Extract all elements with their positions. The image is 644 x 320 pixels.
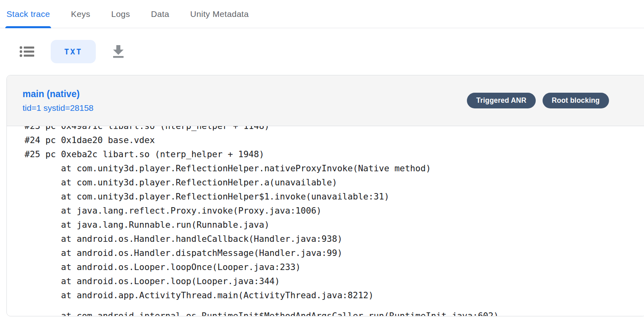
- txt-format-button[interactable]: TXT: [51, 40, 96, 63]
- thread-info: main (native) tid=1 systid=28158: [23, 89, 93, 113]
- tab-keys[interactable]: Keys: [71, 0, 90, 28]
- thread-name-link[interactable]: main (native): [23, 89, 93, 100]
- list-view-button[interactable]: [19, 45, 35, 58]
- thread-badges: Triggered ANR Root blocking: [467, 93, 609, 108]
- root-blocking-badge: Root blocking: [543, 93, 609, 108]
- stack-trace-line: at java.lang.Runnable.run(Runnable.java): [25, 218, 644, 232]
- stack-trace-line: at com.unity3d.player.ReflectionHelper.a…: [25, 175, 644, 189]
- stack-trace-line: at android.os.Looper.loop(Looper.java:34…: [25, 274, 644, 288]
- download-icon: [110, 44, 126, 59]
- tab-stack-trace[interactable]: Stack trace: [6, 0, 50, 28]
- tab-data[interactable]: Data: [151, 0, 169, 28]
- stack-trace-line: #25 pc 0xeba2c libart.so (nterp_helper +…: [25, 147, 644, 161]
- tab-bar: Stack trace Keys Logs Data Unity Metadat…: [0, 0, 644, 28]
- tab-logs[interactable]: Logs: [111, 0, 130, 28]
- stack-trace-scroll-area[interactable]: #23 pc 0x49a71c libart.so (nterp_helper …: [7, 126, 644, 316]
- stack-trace-line: at android.os.Handler.dispatchMessage(Ha…: [25, 246, 644, 260]
- download-button[interactable]: [110, 44, 126, 59]
- tab-unity-metadata[interactable]: Unity Metadata: [190, 0, 249, 28]
- stack-trace-text: #23 pc 0x49a71c libart.so (nterp_helper …: [25, 126, 644, 316]
- stack-trace-line: #23 pc 0x49a71c libart.so (nterp_helper …: [25, 126, 644, 133]
- list-view-icon: [19, 45, 35, 58]
- thread-panel: main (native) tid=1 systid=28158 Trigger…: [6, 75, 644, 316]
- thread-header: main (native) tid=1 systid=28158 Trigger…: [7, 75, 644, 126]
- stack-trace-line: at com.android.internal.os.RuntimeInit$M…: [25, 309, 644, 316]
- stack-trace-line: at android.os.Looper.loopOnce(Looper.jav…: [25, 260, 644, 274]
- stack-trace-toolbar: TXT: [0, 28, 644, 75]
- thread-ids: tid=1 systid=28158: [23, 103, 93, 113]
- stack-trace-line: at android.app.ActivityThread.main(Activ…: [25, 288, 644, 302]
- triggered-anr-badge: Triggered ANR: [467, 93, 535, 108]
- stack-trace-line: at java.lang.reflect.Proxy.invoke(Proxy.…: [25, 204, 644, 218]
- stack-trace-line: at android.os.Handler.handleCallback(Han…: [25, 232, 644, 246]
- stack-trace-line: at com.unity3d.player.ReflectionHelper$1…: [25, 189, 644, 204]
- stack-trace-line: at com.unity3d.player.ReflectionHelper.n…: [25, 161, 644, 175]
- stack-trace-line: #24 pc 0x1dae20 base.vdex: [25, 133, 644, 147]
